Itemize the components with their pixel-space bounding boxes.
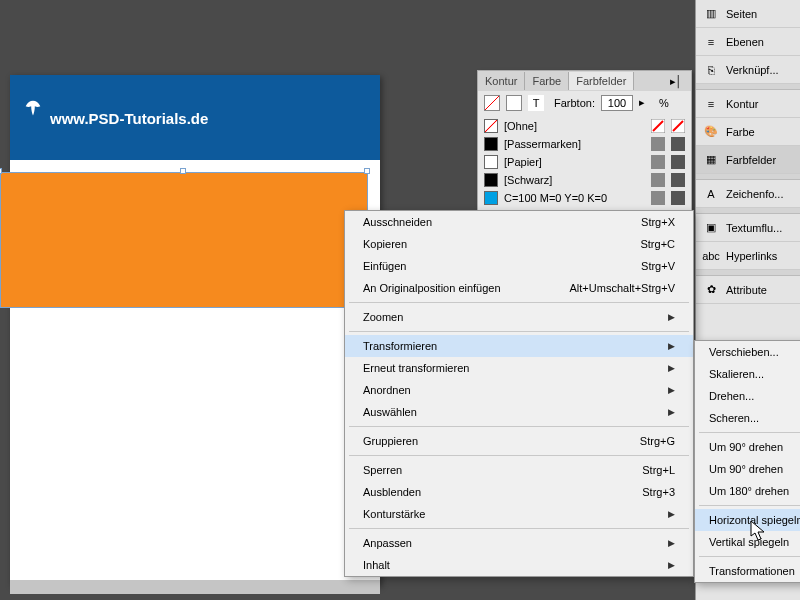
menu-shortcut: Strg+L bbox=[642, 464, 675, 476]
menu-label: Anordnen bbox=[363, 384, 411, 396]
swatch-row[interactable]: C=100 M=0 Y=0 K=0 bbox=[484, 189, 685, 207]
svg-rect-10 bbox=[651, 191, 665, 205]
submenu-vertikalspiegeln[interactable]: Vertikal spiegeln bbox=[695, 531, 800, 553]
side-label: Farbfelder bbox=[726, 154, 776, 166]
submenu-umdrehen[interactable]: Um 90° drehen bbox=[695, 458, 800, 480]
swatch-name: [Papier] bbox=[504, 156, 645, 168]
submenu-skalieren[interactable]: Skalieren... bbox=[695, 363, 800, 385]
submenu-arrow-icon: ▶ bbox=[668, 538, 675, 548]
swatch-color bbox=[484, 119, 498, 133]
submenu-arrow-icon: ▶ bbox=[668, 363, 675, 373]
menu-ausschneiden[interactable]: AusschneidenStrg+X bbox=[345, 211, 693, 233]
submenu-scheren[interactable]: Scheren... bbox=[695, 407, 800, 429]
page-scrollbar[interactable] bbox=[10, 580, 380, 594]
submenu-arrow-icon: ▶ bbox=[668, 407, 675, 417]
side-item-textumflu[interactable]: ▣Textumflu... bbox=[696, 214, 800, 242]
swatch-row[interactable]: [Papier] bbox=[484, 153, 685, 171]
container-icon[interactable] bbox=[506, 95, 522, 111]
side-item-attribute[interactable]: ✿Attribute bbox=[696, 276, 800, 304]
header-url: www.PSD-Tutorials.de bbox=[50, 110, 208, 127]
panel-icon: ⎘ bbox=[702, 61, 720, 79]
fill-stroke-icon[interactable] bbox=[484, 95, 500, 111]
menu-inhalt[interactable]: Inhalt▶ bbox=[345, 554, 693, 576]
swatch-row[interactable]: [Ohne] bbox=[484, 117, 685, 135]
submenu-umdrehen[interactable]: Um 180° drehen bbox=[695, 480, 800, 502]
selection-handle[interactable] bbox=[364, 168, 370, 174]
swatch-row[interactable]: [Passermarken] bbox=[484, 135, 685, 153]
menu-konturstrke[interactable]: Konturstärke▶ bbox=[345, 503, 693, 525]
butterfly-logo bbox=[22, 98, 44, 120]
side-item-kontur[interactable]: ≡Kontur bbox=[696, 90, 800, 118]
side-item-seiten[interactable]: ▥Seiten bbox=[696, 0, 800, 28]
submenu-arrow-icon: ▶ bbox=[668, 341, 675, 351]
submenu-label: Skalieren... bbox=[709, 368, 764, 380]
selection-handle[interactable] bbox=[0, 168, 2, 174]
menu-anpassen[interactable]: Anpassen▶ bbox=[345, 532, 693, 554]
panel-icon: 🎨 bbox=[702, 123, 720, 141]
menu-shortcut: Strg+V bbox=[641, 260, 675, 272]
menu-shortcut: Strg+G bbox=[640, 435, 675, 447]
menu-label: Anpassen bbox=[363, 537, 412, 549]
svg-rect-11 bbox=[671, 191, 685, 205]
percent-label: % bbox=[659, 97, 669, 109]
side-label: Farbe bbox=[726, 126, 755, 138]
menu-erneuttransformieren[interactable]: Erneut transformieren▶ bbox=[345, 357, 693, 379]
panel-icon: ≡ bbox=[702, 95, 720, 113]
side-item-farbfelder[interactable]: ▦Farbfelder bbox=[696, 146, 800, 174]
tab-farbfelder[interactable]: Farbfelder bbox=[569, 72, 634, 90]
menu-auswhlen[interactable]: Auswählen▶ bbox=[345, 401, 693, 423]
swatch-type-icon bbox=[671, 155, 685, 169]
side-label: Kontur bbox=[726, 98, 758, 110]
submenu-horizontalspiegeln[interactable]: Horizontal spiegeln bbox=[695, 509, 800, 531]
menu-transformieren[interactable]: Transformieren▶ bbox=[345, 335, 693, 357]
submenu-label: Um 90° drehen bbox=[709, 441, 783, 453]
menu-anordnen[interactable]: Anordnen▶ bbox=[345, 379, 693, 401]
menu-shortcut: Alt+Umschalt+Strg+V bbox=[570, 282, 675, 294]
panel-icon: ▦ bbox=[702, 151, 720, 169]
svg-rect-6 bbox=[651, 155, 665, 169]
selection-handle[interactable] bbox=[180, 168, 186, 174]
menu-zoomen[interactable]: Zoomen▶ bbox=[345, 306, 693, 328]
swatch-row[interactable]: [Schwarz] bbox=[484, 171, 685, 189]
menu-label: Ausschneiden bbox=[363, 216, 432, 228]
submenu-label: Um 180° drehen bbox=[709, 485, 789, 497]
side-item-ebenen[interactable]: ≡Ebenen bbox=[696, 28, 800, 56]
swatch-type-icon bbox=[671, 191, 685, 205]
tab-kontur[interactable]: Kontur bbox=[478, 72, 525, 90]
submenu-arrow-icon: ▶ bbox=[668, 560, 675, 570]
selected-rectangle[interactable] bbox=[0, 172, 368, 308]
submenu-verschieben[interactable]: Verschieben... bbox=[695, 341, 800, 363]
submenu-label: Verschieben... bbox=[709, 346, 779, 358]
side-label: Attribute bbox=[726, 284, 767, 296]
submenu-drehen[interactable]: Drehen... bbox=[695, 385, 800, 407]
menu-anoriginalpositioneinfgen[interactable]: An Originalposition einfügenAlt+Umschalt… bbox=[345, 277, 693, 299]
side-label: Seiten bbox=[726, 8, 757, 20]
side-item-hyperlinks[interactable]: abcHyperlinks bbox=[696, 242, 800, 270]
menu-ausblenden[interactable]: AusblendenStrg+3 bbox=[345, 481, 693, 503]
menu-sperren[interactable]: SperrenStrg+L bbox=[345, 459, 693, 481]
menu-einfgen[interactable]: EinfügenStrg+V bbox=[345, 255, 693, 277]
panel-menu-icon[interactable]: ▸│ bbox=[661, 75, 691, 88]
menu-gruppieren[interactable]: GruppierenStrg+G bbox=[345, 430, 693, 452]
stepper-icon[interactable]: ▸ bbox=[639, 96, 653, 110]
side-item-zeichenfo[interactable]: AZeichenfo... bbox=[696, 180, 800, 208]
submenu-umdrehen[interactable]: Um 90° drehen bbox=[695, 436, 800, 458]
submenu-label: Vertikal spiegeln bbox=[709, 536, 789, 548]
menu-label: Kopieren bbox=[363, 238, 407, 250]
text-icon[interactable]: T bbox=[528, 95, 544, 111]
swatch-name: [Passermarken] bbox=[504, 138, 645, 150]
svg-rect-5 bbox=[671, 137, 685, 151]
swatch-type-icon bbox=[671, 173, 685, 187]
panel-icon: abc bbox=[702, 247, 720, 265]
menu-label: Erneut transformieren bbox=[363, 362, 469, 374]
swatch-attr-icon bbox=[651, 119, 665, 133]
tab-farbe[interactable]: Farbe bbox=[525, 72, 569, 90]
swatch-color bbox=[484, 173, 498, 187]
swatch-tabs: Kontur Farbe Farbfelder ▸│ bbox=[478, 71, 691, 91]
svg-rect-9 bbox=[671, 173, 685, 187]
menu-kopieren[interactable]: KopierenStrg+C bbox=[345, 233, 693, 255]
side-item-farbe[interactable]: 🎨Farbe bbox=[696, 118, 800, 146]
side-item-verknpf[interactable]: ⎘Verknüpf... bbox=[696, 56, 800, 84]
submenu-transformationen[interactable]: Transformationen bbox=[695, 560, 800, 582]
hue-input[interactable] bbox=[601, 95, 633, 111]
